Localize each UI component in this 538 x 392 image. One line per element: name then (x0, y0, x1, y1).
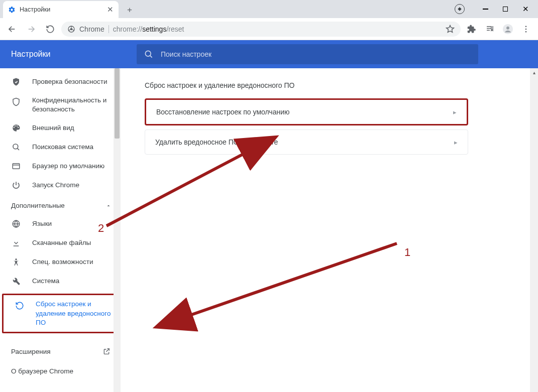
sidebar-item-label: Сброс настроек и удаление вредоносного П… (36, 300, 112, 327)
profile-avatar-icon[interactable] (500, 21, 516, 37)
option-label: Удалить вредоносное ПО с компьюте (155, 138, 278, 146)
sidebar-item-label: Конфиденциальность и безопасность (32, 96, 116, 114)
url-separator (109, 25, 109, 33)
kebab-menu-icon[interactable] (518, 21, 534, 37)
sidebar-item-reset[interactable]: Сброс настроек и удаление вредоносного П… (4, 295, 117, 332)
window-close-button[interactable]: ✕ (517, 2, 534, 17)
url-scheme-label: Chrome (79, 25, 104, 33)
sidebar-advanced-label: Дополнительные (11, 202, 65, 209)
power-icon (11, 180, 21, 190)
sidebar-item-on-startup[interactable]: Запуск Chrome (0, 176, 121, 195)
main-scrollbar[interactable]: ▴ (530, 68, 538, 392)
sidebar-item-label: Система (32, 277, 59, 286)
settings-main-panel: Сброс настроек и удаление вредоносного П… (121, 68, 538, 392)
sidebar-item-label: Языки (32, 219, 52, 228)
sidebar-item-downloads[interactable]: Скачанные файлы (0, 233, 121, 252)
bookmark-star-icon[interactable] (446, 25, 455, 34)
sidebar-item-label: Запуск Chrome (32, 181, 79, 190)
chevron-right-icon: ▸ (453, 108, 457, 116)
reload-button[interactable] (42, 21, 58, 37)
back-button[interactable] (4, 21, 20, 37)
chevron-up-icon (105, 203, 112, 209)
window-controls: ✕ (455, 0, 538, 18)
shield-icon (11, 97, 21, 107)
svg-point-4 (525, 26, 527, 27)
settings-sidebar[interactable]: Проверка безопасности Конфиденциальность… (0, 68, 121, 392)
sidebar-item-languages[interactable]: Языки (0, 214, 121, 233)
url-text: chrome://settings/reset (113, 25, 184, 33)
settings-header: Настройки (0, 40, 538, 68)
scroll-up-icon[interactable]: ▴ (530, 68, 538, 76)
restore-icon (15, 301, 25, 311)
sidebar-scrollbar[interactable] (114, 68, 121, 392)
browser-tab[interactable]: Настройки ✕ (3, 1, 119, 18)
sidebar-about-label: О браузере Chrome (11, 367, 73, 375)
shield-check-icon (11, 77, 21, 87)
window-titlebar: Настройки ✕ + ✕ (0, 0, 538, 18)
tab-title: Настройки (20, 6, 103, 13)
palette-icon (11, 123, 21, 133)
sidebar-item-label: Спец. возможности (32, 257, 93, 267)
browser-window-icon (11, 161, 21, 171)
sidebar-item-safety-check[interactable]: Проверка безопасности (0, 72, 121, 91)
wrench-icon (11, 276, 21, 286)
close-tab-icon[interactable]: ✕ (107, 5, 114, 14)
accessibility-icon (11, 257, 21, 267)
settings-search-input[interactable] (161, 50, 471, 58)
gear-icon (8, 6, 16, 14)
extensions-puzzle-icon[interactable] (464, 21, 480, 37)
sidebar-item-label: Скачанные файлы (32, 238, 91, 247)
sidebar-item-label: Проверка безопасности (32, 77, 107, 86)
new-tab-button[interactable]: + (123, 3, 137, 17)
option-label: Восстановление настроек по умолчанию (156, 108, 289, 116)
sidebar-item-label: Поисковая система (32, 143, 93, 152)
option-restore-defaults[interactable]: Восстановление настроек по умолчанию ▸ (145, 98, 468, 125)
profile-shortcut-icon[interactable] (455, 4, 465, 14)
settings-search[interactable] (137, 44, 478, 64)
sidebar-extensions-link[interactable]: Расширения (0, 341, 121, 361)
external-link-icon (102, 347, 111, 355)
sidebar-item-system[interactable]: Система (0, 272, 121, 291)
forward-button[interactable] (23, 21, 39, 37)
svg-point-6 (525, 31, 527, 32)
window-minimize-button[interactable] (477, 2, 494, 17)
window-maximize-button[interactable] (497, 2, 514, 17)
browser-toolbar: Chrome chrome://settings/reset (0, 18, 538, 40)
sidebar-extensions-label: Расширения (11, 348, 51, 355)
sidebar-item-appearance[interactable]: Внешний вид (0, 118, 121, 138)
svg-rect-9 (13, 164, 20, 169)
sidebar-item-privacy[interactable]: Конфиденциальность и безопасность (0, 91, 121, 118)
reading-list-icon[interactable] (482, 21, 498, 37)
page-section-title: Сброс настроек и удаление вредоносного П… (145, 81, 468, 89)
svg-point-7 (145, 51, 151, 56)
svg-point-5 (525, 28, 527, 30)
svg-point-8 (13, 144, 18, 149)
address-bar[interactable]: Chrome chrome://settings/reset (61, 22, 461, 37)
globe-icon (11, 219, 21, 229)
settings-header-title: Настройки (11, 50, 137, 59)
sidebar-item-accessibility[interactable]: Спец. возможности (0, 252, 121, 272)
svg-point-11 (15, 259, 17, 260)
search-icon (11, 142, 21, 152)
svg-point-1 (70, 28, 73, 30)
sidebar-item-label: Браузер по умолчанию (32, 162, 104, 171)
svg-point-3 (506, 26, 509, 29)
sidebar-item-default-browser[interactable]: Браузер по умолчанию (0, 157, 121, 176)
download-icon (11, 238, 21, 248)
option-cleanup-computer[interactable]: Удалить вредоносное ПО с компьюте ▸ (145, 129, 468, 155)
sidebar-item-search-engine[interactable]: Поисковая система (0, 138, 121, 157)
chrome-info-icon (67, 25, 75, 33)
sidebar-item-label: Внешний вид (32, 123, 74, 133)
search-icon (144, 49, 154, 59)
sidebar-about-link[interactable]: О браузере Chrome (0, 361, 121, 381)
sidebar-advanced-toggle[interactable]: Дополнительные (0, 195, 121, 214)
chevron-right-icon: ▸ (454, 139, 458, 146)
